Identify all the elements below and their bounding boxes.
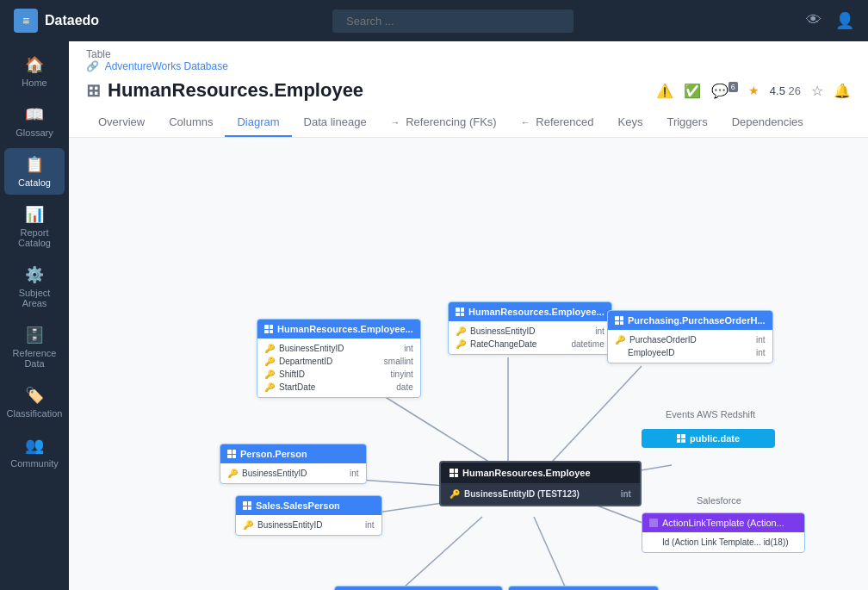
classification-icon: 🏷️ bbox=[25, 386, 44, 405]
comment-icon[interactable]: 💬6 bbox=[711, 83, 738, 99]
report-catalog-icon: 📊 bbox=[25, 205, 44, 224]
tab-data-lineage[interactable]: Data lineage bbox=[292, 109, 379, 137]
logo-icon: ≡ bbox=[14, 9, 38, 33]
sidebar-item-home[interactable]: 🏠 Home bbox=[4, 48, 65, 95]
cloud-label-salesforce: Salesforce bbox=[642, 495, 797, 506]
breadcrumb: Table 🔗 AdventureWorks Database bbox=[69, 41, 868, 72]
catalog-icon: 📋 bbox=[25, 155, 44, 174]
node-job-candidate-header: HumanResources.JobCandid... bbox=[335, 587, 502, 590]
node-action-link-header: ActionLinkTemplate (Action... bbox=[642, 513, 804, 532]
star-outline-icon[interactable]: ☆ bbox=[811, 83, 823, 99]
tab-referencing[interactable]: → Referencing (FKs) bbox=[379, 109, 509, 137]
node-person[interactable]: Person.Person 🔑BusinessEntityIDint bbox=[220, 444, 367, 484]
node-employee-pay-history[interactable]: HumanResources.Employee... 🔑BusinessEnti… bbox=[448, 301, 612, 355]
sidebar-label-home: Home bbox=[22, 78, 46, 88]
check-icon[interactable]: ✅ bbox=[684, 83, 701, 99]
subject-areas-icon: ⚙️ bbox=[25, 265, 44, 284]
node-person-header: Person.Person bbox=[220, 444, 366, 463]
node-public-date[interactable]: public.date bbox=[642, 429, 775, 448]
node-employee-pay-history-header: HumanResources.Employee... bbox=[449, 302, 611, 321]
sidebar-label-reference-data: Reference Data bbox=[8, 348, 61, 369]
sidebar-item-report-catalog[interactable]: 📊 Report Catalog bbox=[4, 198, 65, 255]
header-actions: ⚠️ ✅ 💬6 ★ 4.5 26 ☆ 🔔 bbox=[656, 83, 851, 99]
sidebar-item-glossary[interactable]: 📖 Glossary bbox=[4, 98, 65, 145]
sidebar-item-reference-data[interactable]: 🗄️ Reference Data bbox=[4, 319, 65, 376]
app-logo[interactable]: ≡ Dataedo bbox=[14, 9, 100, 33]
sidebar-item-classification[interactable]: 🏷️ Classification bbox=[4, 379, 65, 425]
node-sales-person-header: Sales.SalesPerson bbox=[236, 496, 381, 515]
tab-referenced[interactable]: ← Referenced bbox=[509, 109, 606, 137]
top-navigation: ≡ Dataedo 👁 👤 bbox=[0, 0, 868, 41]
preview-icon[interactable]: 👁 bbox=[806, 11, 822, 30]
sidebar-label-glossary: Glossary bbox=[16, 127, 53, 138]
reference-data-icon: 🗄️ bbox=[25, 326, 44, 345]
main-layout: 🏠 Home 📖 Glossary 📋 Catalog 📊 Report Cat… bbox=[0, 41, 868, 590]
warning-icon[interactable]: ⚠️ bbox=[656, 83, 673, 99]
breadcrumb-link[interactable]: AdventureWorks Database bbox=[105, 60, 228, 72]
home-icon: 🏠 bbox=[25, 55, 44, 74]
search-bar bbox=[100, 9, 806, 33]
tab-triggers[interactable]: Triggers bbox=[654, 109, 719, 137]
star-icon: ★ bbox=[748, 84, 760, 97]
node-sales-person[interactable]: Sales.SalesPerson 🔑BusinessEntityIDint bbox=[235, 495, 382, 536]
node-purchase-order[interactable]: Purchasing.PurchaseOrderH... 🔑PurchaseOr… bbox=[607, 310, 773, 363]
page-header: ⊞ HumanResources.Employee ⚠️ ✅ 💬6 ★ 4.5 … bbox=[69, 72, 868, 102]
svg-line-7 bbox=[396, 517, 482, 590]
sidebar-label-subject-areas: Subject Areas bbox=[8, 288, 61, 308]
comment-count: 6 bbox=[728, 82, 738, 92]
tabs-bar: Overview Columns Diagram Data lineage → … bbox=[69, 109, 868, 138]
app-name: Dataedo bbox=[45, 13, 99, 28]
page-title: HumanResources.Employee bbox=[108, 79, 363, 102]
diagram-area: HumanResources.Employee... 🔑BusinessEnti… bbox=[69, 138, 868, 590]
tab-diagram[interactable]: Diagram bbox=[225, 109, 291, 137]
sidebar-label-classification: Classification bbox=[7, 408, 63, 419]
nav-icons: 👁 👤 bbox=[806, 11, 854, 30]
node-employee-dept[interactable]: HumanResources.Employee... 🔑BusinessEnti… bbox=[257, 319, 421, 398]
node-purchase-order-header: Purchasing.PurchaseOrderH... bbox=[608, 311, 772, 330]
community-icon: 👥 bbox=[25, 436, 44, 455]
tab-keys[interactable]: Keys bbox=[606, 109, 655, 137]
glossary-icon: 📖 bbox=[25, 105, 44, 124]
tab-overview[interactable]: Overview bbox=[86, 109, 157, 137]
tab-dependencies[interactable]: Dependencies bbox=[720, 109, 815, 137]
rating-value: 4.5 26 bbox=[770, 84, 801, 97]
sidebar-label-catalog: Catalog bbox=[18, 177, 51, 188]
page-title-container: ⊞ HumanResources.Employee bbox=[86, 79, 363, 102]
node-job-candidate[interactable]: HumanResources.JobCandid... 🔑JobCandidat… bbox=[334, 586, 503, 590]
user-icon[interactable]: 👤 bbox=[835, 11, 854, 30]
tab-columns[interactable]: Columns bbox=[157, 109, 225, 137]
sidebar: 🏠 Home 📖 Glossary 📋 Catalog 📊 Report Cat… bbox=[0, 41, 69, 590]
bell-icon[interactable]: 🔔 bbox=[834, 83, 851, 99]
central-node[interactable]: HumanResources.Employee 🔑BusinessEntityI… bbox=[439, 461, 642, 506]
sidebar-label-report-catalog: Report Catalog bbox=[8, 227, 61, 248]
sidebar-item-community[interactable]: 👥 Community bbox=[4, 429, 65, 475]
sidebar-item-catalog[interactable]: 📋 Catalog bbox=[4, 148, 65, 195]
breadcrumb-type: Table bbox=[86, 48, 111, 60]
public-date-label: public.date bbox=[690, 433, 740, 444]
cloud-label-redshift: Events AWS Redshift bbox=[642, 409, 779, 419]
node-employee-dept-header: HumanResources.Employee... bbox=[257, 320, 420, 338]
content-area: Table 🔗 AdventureWorks Database ⊞ HumanR… bbox=[69, 41, 868, 590]
svg-line-2 bbox=[542, 366, 642, 472]
node-action-link[interactable]: ActionLinkTemplate (Action... Id (Action… bbox=[642, 512, 805, 553]
sidebar-item-subject-areas[interactable]: ⚙️ Subject Areas bbox=[4, 258, 65, 315]
sidebar-label-community: Community bbox=[10, 458, 59, 469]
search-input[interactable] bbox=[332, 9, 574, 33]
table-icon: ⊞ bbox=[86, 80, 101, 101]
node-production-document[interactable]: Production.Document 🔑DocumentNodehierarc… bbox=[508, 586, 659, 590]
node-production-document-header: Production.Document bbox=[509, 587, 658, 590]
svg-line-8 bbox=[534, 517, 568, 590]
breadcrumb-icon: 🔗 bbox=[86, 60, 99, 72]
central-node-header: HumanResources.Employee bbox=[441, 463, 640, 483]
